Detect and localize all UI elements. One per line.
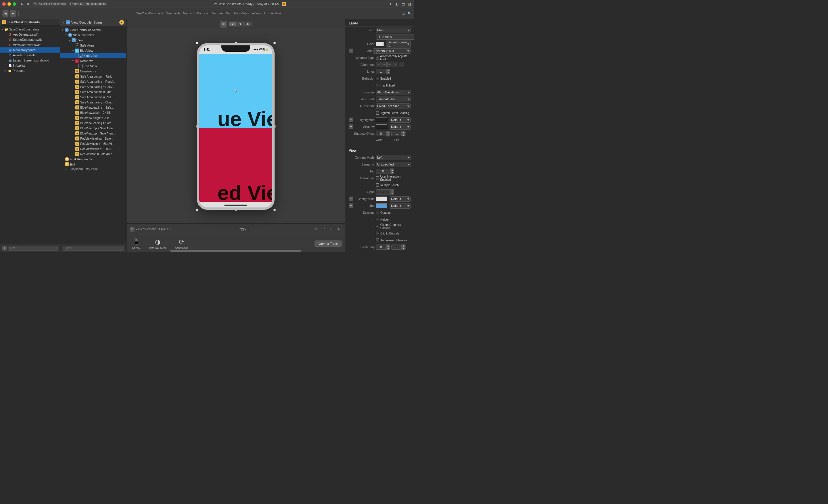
autoshrink-dropdown[interactable]: Fixed Font Size ▾: [376, 103, 411, 109]
multiple-touch-checkbox[interactable]: [376, 183, 379, 187]
shadow-width-stepper[interactable]: ▲ ▼: [376, 131, 390, 136]
resize-handle-tl[interactable]: [196, 42, 198, 44]
sn-item-view[interactable]: ▼ □ View: [60, 38, 126, 43]
canvas-scrollbar[interactable]: [126, 250, 345, 252]
file-item-viewcontroller[interactable]: S ViewController.swift: [0, 42, 60, 47]
font-plus-button[interactable]: +: [349, 49, 353, 53]
sn-item-red-label[interactable]: ▶ L Red View: [60, 63, 126, 69]
zoom-out-button[interactable]: −: [236, 228, 237, 231]
align-justify-button[interactable]: ≡: [393, 62, 398, 67]
breadcrumb-item-3[interactable]: Mai...ard: [183, 12, 194, 15]
alpha-stepper[interactable]: ▲ ▼: [376, 189, 394, 195]
view-mode-selector[interactable]: ● ◑ ◐: [229, 21, 252, 27]
highlighted-plus-button[interactable]: +: [349, 118, 353, 122]
sn-constraint-1[interactable]: ⊟ Safe Area.bottom = Red...: [60, 74, 126, 79]
breadcrumb-item-7[interactable]: View: [241, 12, 247, 15]
download-icon[interactable]: ⬇: [336, 226, 341, 232]
sn-constraint-5[interactable]: ⊟ Safe Area.bottom = Red...: [60, 95, 126, 100]
shadow-width-input[interactable]: [376, 131, 386, 136]
align-center-button[interactable]: ≡: [381, 62, 387, 67]
stretch-x-stepper[interactable]: ▲ ▼: [376, 244, 390, 250]
storyboard-filter-input[interactable]: [63, 246, 124, 250]
background-dropdown[interactable]: Default ▾: [389, 196, 411, 202]
segment-color-mode[interactable]: ◐: [244, 21, 252, 27]
file-item-root[interactable]: ▼ 📁 SizeClassConstraints: [0, 27, 60, 32]
add-file-button[interactable]: +: [2, 246, 7, 250]
sn-item-redview[interactable]: ▼ □ RedView: [60, 58, 126, 63]
sn-constraint-16[interactable]: ⊟ RedView.top = Safe Area...: [60, 151, 126, 156]
highlighted-color-dropdown[interactable]: Default ▾: [389, 117, 411, 123]
title-bar-actions[interactable]: ⬆ ◧ ⬒ ◨: [388, 2, 412, 6]
forward-button[interactable]: ▶: [10, 10, 16, 17]
stretch-x-down[interactable]: ▼: [386, 247, 390, 250]
tighten-checkbox[interactable]: [376, 111, 379, 114]
view-as-selector[interactable]: □ View as: iPhone 11 (wC hR): [130, 227, 172, 232]
shadow-height-stepper[interactable]: ▲ ▼: [391, 131, 406, 136]
shadow-height-increment[interactable]: ▲: [402, 131, 406, 134]
breadcrumb-item-1[interactable]: SizeClassConstraints: [136, 12, 164, 15]
stop-button[interactable]: ■: [26, 2, 31, 6]
clears-checkbox[interactable]: [376, 225, 379, 228]
font-dropdown[interactable]: System 160.0 ▾: [373, 48, 411, 54]
tint-dropdown[interactable]: Default ▾: [389, 203, 411, 209]
sn-constraint-9[interactable]: ⊟ BlueView.height = 0.44...: [60, 115, 126, 121]
device-button[interactable]: 📱 Device: [130, 237, 142, 250]
file-item-main-storyboard[interactable]: ▦ Main.storyboard: [0, 47, 60, 53]
breadcrumb-item-9[interactable]: L: [264, 12, 266, 15]
stretch-y-input[interactable]: [391, 244, 402, 250]
zoom-controls[interactable]: − 72% +: [172, 228, 314, 231]
file-item-infoplist[interactable]: 📄 Info.plist: [0, 63, 60, 68]
window-controls[interactable]: [2, 2, 16, 6]
tint-plus-button[interactable]: +: [349, 203, 353, 208]
file-item-scenedelegate[interactable]: S SceneDelegate.swift: [0, 37, 60, 42]
stretch-y-up[interactable]: ▲: [402, 244, 406, 247]
shadow-height-decrement[interactable]: ▼: [402, 134, 406, 136]
shadow-width-decrement[interactable]: ▼: [386, 134, 390, 136]
highlighted-color-swatch[interactable]: [376, 118, 387, 122]
sn-constraint-4[interactable]: ⊟ Safe Area.bottom = Blue...: [60, 89, 126, 95]
sn-item-vc[interactable]: ▼ V View Controller: [60, 33, 126, 38]
opaque-checkbox[interactable]: [376, 211, 379, 214]
sn-item-blue-label[interactable]: ▶ L Blue View: [60, 53, 126, 58]
clip-checkbox[interactable]: [376, 232, 379, 235]
debug-toggle-icon[interactable]: ⬒: [401, 2, 405, 6]
lines-stepper[interactable]: ▲ ▼: [376, 69, 390, 75]
resize-handle-bl[interactable]: [196, 209, 198, 211]
canvas-toggle-icon[interactable]: ⊞: [220, 21, 227, 28]
sn-item-safe-area[interactable]: ▶ SA Safe Area: [60, 43, 126, 48]
file-item-assets[interactable]: ⬡ Assets.xcassets: [0, 53, 60, 58]
sn-constraint-3[interactable]: ⊟ Safe Area.trailing = RedV...: [60, 84, 126, 89]
breadcrumb-item-6[interactable]: Vie...oller: [226, 12, 238, 15]
text-type-dropdown[interactable]: Plain ▾: [376, 28, 411, 33]
back-button[interactable]: ◀: [2, 10, 9, 17]
enabled-checkbox[interactable]: [376, 77, 379, 80]
file-item-appdelegate[interactable]: S AppDelegate.swift: [0, 32, 60, 37]
sn-constraint-2[interactable]: ⊟ Safe Area.trailing = RedV...: [60, 79, 126, 84]
sn-constraint-6[interactable]: ⊟ Safe Area.trailing = Blue...: [60, 100, 126, 105]
grid-icon[interactable]: ⊞: [321, 226, 327, 232]
zoom-in-button[interactable]: +: [248, 228, 250, 231]
sn-constraint-11[interactable]: ⊟ BlueView.top = Safe Area...: [60, 126, 126, 131]
shadow-color-dropdown[interactable]: Default ▾: [389, 124, 411, 130]
vary-for-traits-button[interactable]: Vary for Traits: [315, 240, 341, 247]
scrollbar-thumb[interactable]: [170, 250, 301, 252]
alpha-increment[interactable]: ▲: [390, 189, 394, 192]
inspector-toggle-icon[interactable]: ◨: [407, 2, 412, 6]
navigator-toggle-icon[interactable]: ◧: [395, 2, 399, 6]
sn-constraint-13[interactable]: ⊟ RedView.leading = Safe...: [60, 136, 126, 141]
file-filter-input[interactable]: [8, 246, 58, 250]
expand-icon[interactable]: ⤢: [328, 226, 334, 232]
sn-item-constraints[interactable]: ▼ ⊠ Constraints: [60, 69, 126, 74]
sn-item-blueview[interactable]: ▼ □ BlueView: [60, 48, 126, 53]
sn-item-exit[interactable]: E Exit: [60, 162, 126, 167]
device-selector[interactable]: iPhone SE (2nd generation): [69, 2, 107, 6]
lines-increment-button[interactable]: ▲: [386, 69, 390, 72]
background-color-swatch[interactable]: [376, 196, 387, 201]
autoresize-checkbox[interactable]: [376, 238, 379, 242]
close-button[interactable]: [2, 2, 6, 6]
tag-stepper[interactable]: ▲ ▼: [376, 168, 394, 174]
maximize-button[interactable]: [13, 2, 16, 6]
sn-item-entry-point[interactable]: → Storyboard Entry Point: [60, 167, 126, 171]
breadcrumb-item-5[interactable]: Vie...ene: [212, 12, 223, 15]
resize-handle-br[interactable]: [274, 209, 276, 211]
